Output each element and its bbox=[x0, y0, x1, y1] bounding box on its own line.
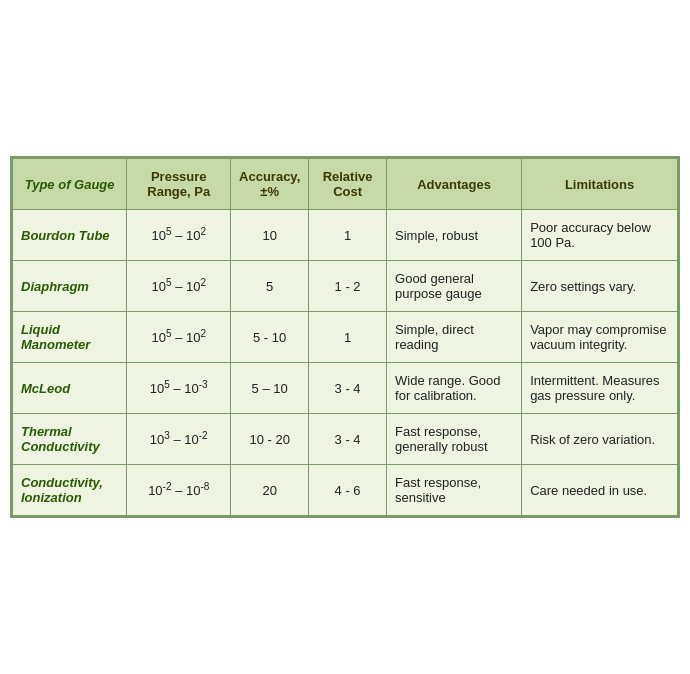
cell-pressure: 105 – 102 bbox=[127, 312, 231, 363]
cell-cost: 1 bbox=[309, 312, 387, 363]
cell-accuracy: 5 – 10 bbox=[231, 363, 309, 414]
cell-cost: 3 - 4 bbox=[309, 363, 387, 414]
table-row: Liquid Manometer105 – 1025 - 101Simple, … bbox=[13, 312, 678, 363]
cell-limitations: Intermittent. Measures gas pressure only… bbox=[522, 363, 678, 414]
cell-accuracy: 10 - 20 bbox=[231, 414, 309, 465]
table-row: Conductivity, Ionization10-2 – 10-8204 -… bbox=[13, 465, 678, 516]
cell-cost: 4 - 6 bbox=[309, 465, 387, 516]
gauge-table-wrapper: Type of Gauge Pressure Range, Pa Accurac… bbox=[10, 156, 680, 518]
cell-limitations: Risk of zero variation. bbox=[522, 414, 678, 465]
table-row: Diaphragm105 – 10251 - 2Good general pur… bbox=[13, 261, 678, 312]
header-limitations: Limitations bbox=[522, 159, 678, 210]
cell-advantages: Simple, direct reading bbox=[387, 312, 522, 363]
header-pressure: Pressure Range, Pa bbox=[127, 159, 231, 210]
cell-advantages: Good general purpose gauge bbox=[387, 261, 522, 312]
cell-type: Bourdon Tube bbox=[13, 210, 127, 261]
cell-accuracy: 20 bbox=[231, 465, 309, 516]
cell-accuracy: 5 - 10 bbox=[231, 312, 309, 363]
cell-cost: 1 - 2 bbox=[309, 261, 387, 312]
table-row: Thermal Conductivity103 – 10-210 - 203 -… bbox=[13, 414, 678, 465]
table-row: McLeod105 – 10-35 – 103 - 4Wide range. G… bbox=[13, 363, 678, 414]
header-accuracy: Accuracy, ±% bbox=[231, 159, 309, 210]
cell-pressure: 10-2 – 10-8 bbox=[127, 465, 231, 516]
cell-accuracy: 5 bbox=[231, 261, 309, 312]
cell-type: McLeod bbox=[13, 363, 127, 414]
cell-limitations: Poor accuracy below 100 Pa. bbox=[522, 210, 678, 261]
cell-type: Thermal Conductivity bbox=[13, 414, 127, 465]
header-type: Type of Gauge bbox=[13, 159, 127, 210]
cell-limitations: Zero settings vary. bbox=[522, 261, 678, 312]
cell-pressure: 103 – 10-2 bbox=[127, 414, 231, 465]
cell-limitations: Care needed in use. bbox=[522, 465, 678, 516]
header-advantages: Advantages bbox=[387, 159, 522, 210]
cell-advantages: Fast response, sensitive bbox=[387, 465, 522, 516]
table-row: Bourdon Tube105 – 102101Simple, robustPo… bbox=[13, 210, 678, 261]
cell-type: Conductivity, Ionization bbox=[13, 465, 127, 516]
cell-pressure: 105 – 102 bbox=[127, 210, 231, 261]
table-body: Bourdon Tube105 – 102101Simple, robustPo… bbox=[13, 210, 678, 516]
cell-accuracy: 10 bbox=[231, 210, 309, 261]
cell-advantages: Wide range. Good for calibration. bbox=[387, 363, 522, 414]
cell-type: Liquid Manometer bbox=[13, 312, 127, 363]
cell-advantages: Simple, robust bbox=[387, 210, 522, 261]
cell-type: Diaphragm bbox=[13, 261, 127, 312]
cell-pressure: 105 – 10-3 bbox=[127, 363, 231, 414]
gauge-comparison-table: Type of Gauge Pressure Range, Pa Accurac… bbox=[12, 158, 678, 516]
cell-advantages: Fast response, generally robust bbox=[387, 414, 522, 465]
header-cost: Relative Cost bbox=[309, 159, 387, 210]
cell-cost: 3 - 4 bbox=[309, 414, 387, 465]
cell-cost: 1 bbox=[309, 210, 387, 261]
cell-pressure: 105 – 102 bbox=[127, 261, 231, 312]
table-header-row: Type of Gauge Pressure Range, Pa Accurac… bbox=[13, 159, 678, 210]
cell-limitations: Vapor may compromise vacuum integrity. bbox=[522, 312, 678, 363]
